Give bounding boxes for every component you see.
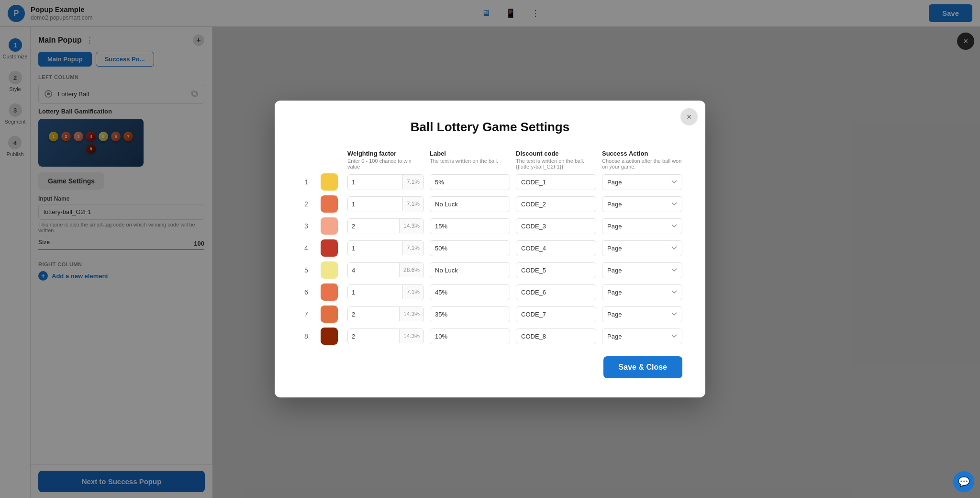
weight-input-8[interactable] [348, 329, 399, 344]
weight-pct-5: 28.6% [399, 263, 423, 277]
weight-pct-6: 7.1% [402, 285, 423, 299]
th-discount-code-sub: The text is written on the ball.{{lotter… [516, 158, 596, 170]
weight-input-1[interactable] [348, 175, 402, 190]
table-row: 7 14.3% Page URL Close [298, 306, 682, 323]
weight-input-3[interactable] [348, 219, 399, 234]
th-label-sub: The text is written on the ball. [430, 158, 510, 164]
th-success-action-sub: Choose a action after the ball won on yo… [602, 158, 682, 170]
weight-input-wrap-5: 28.6% [347, 262, 424, 278]
label-input-6[interactable] [430, 284, 510, 300]
modal-overlay: × Ball Lottery Game Settings Weighting f… [0, 0, 980, 498]
weight-pct-1: 7.1% [402, 175, 423, 189]
weight-input-6[interactable] [348, 285, 402, 300]
table-header: Weighting factor Enter 0 - 100 chance to… [298, 150, 682, 170]
ball-color-7 [321, 306, 338, 323]
modal-footer: Save & Close [298, 356, 682, 378]
label-input-4[interactable] [430, 240, 510, 256]
action-select-8[interactable]: Page URL Close [602, 328, 682, 344]
th-discount-code: Discount code [516, 150, 596, 157]
row-num-1: 1 [298, 178, 315, 186]
row-num-5: 5 [298, 266, 315, 274]
action-select-4[interactable]: Page URL Close [602, 240, 682, 256]
weight-input-wrap-4: 7.1% [347, 240, 424, 256]
weight-input-wrap-6: 7.1% [347, 284, 424, 300]
label-input-8[interactable] [430, 328, 510, 344]
code-input-2[interactable] [516, 196, 596, 212]
ball-color-8 [321, 328, 338, 345]
weight-input-2[interactable] [348, 197, 402, 212]
weight-input-wrap-2: 7.1% [347, 196, 424, 212]
label-input-1[interactable] [430, 174, 510, 190]
action-select-5[interactable]: Page URL Close [602, 262, 682, 278]
code-input-6[interactable] [516, 284, 596, 300]
table-row: 8 14.3% Page URL Close [298, 328, 682, 345]
th-weighting-factor-sub: Enter 0 - 100 chance to win value [347, 158, 424, 170]
weight-pct-2: 7.1% [402, 197, 423, 211]
row-num-4: 4 [298, 244, 315, 252]
weight-pct-4: 7.1% [402, 241, 423, 255]
table-row: 5 28.6% Page URL Close [298, 261, 682, 279]
row-num-8: 8 [298, 332, 315, 340]
th-weighting-factor: Weighting factor [347, 150, 424, 157]
modal-close-button[interactable]: × [680, 108, 698, 125]
code-input-7[interactable] [516, 306, 596, 322]
action-select-2[interactable]: Page URL Close [602, 196, 682, 212]
row-num-3: 3 [298, 222, 315, 230]
label-input-5[interactable] [430, 262, 510, 278]
modal-title: Ball Lottery Game Settings [298, 120, 682, 135]
save-close-button[interactable]: Save & Close [603, 356, 682, 378]
code-input-3[interactable] [516, 218, 596, 234]
table-row: 6 7.1% Page URL Close [298, 283, 682, 301]
weight-input-wrap-3: 14.3% [347, 218, 424, 234]
weight-input-7[interactable] [348, 307, 399, 322]
code-input-4[interactable] [516, 240, 596, 256]
modal-dialog: × Ball Lottery Game Settings Weighting f… [275, 101, 705, 397]
code-input-5[interactable] [516, 262, 596, 278]
weight-input-wrap-8: 14.3% [347, 328, 424, 344]
th-label: Label [430, 150, 510, 157]
label-input-3[interactable] [430, 218, 510, 234]
ball-color-1 [321, 173, 338, 191]
table-row: 4 7.1% Page URL Close [298, 239, 682, 257]
table-row: 3 14.3% Page URL Close [298, 217, 682, 235]
ball-color-4 [321, 239, 338, 257]
action-select-3[interactable]: Page URL Close [602, 218, 682, 234]
row-num-6: 6 [298, 288, 315, 296]
weight-input-wrap-7: 14.3% [347, 306, 424, 322]
weight-pct-7: 14.3% [399, 307, 423, 321]
table-row: 2 7.1% Page URL Close [298, 195, 682, 213]
action-select-6[interactable]: Page URL Close [602, 284, 682, 300]
table-row: 1 7.1% Page URL Close [298, 173, 682, 191]
weight-pct-3: 14.3% [399, 219, 423, 233]
th-success-action: Success Action [602, 150, 682, 157]
row-num-2: 2 [298, 200, 315, 208]
table-rows-container: 1 7.1% Page URL Close 2 7.1% Pag [298, 173, 682, 345]
label-input-2[interactable] [430, 196, 510, 212]
weight-input-4[interactable] [348, 241, 402, 256]
code-input-1[interactable] [516, 174, 596, 190]
label-input-7[interactable] [430, 306, 510, 322]
ball-color-2 [321, 195, 338, 213]
weight-input-wrap-1: 7.1% [347, 174, 424, 190]
ball-color-5 [321, 261, 338, 279]
ball-color-6 [321, 283, 338, 301]
weight-input-5[interactable] [348, 263, 399, 278]
action-select-1[interactable]: Page URL Close [602, 174, 682, 190]
chat-button[interactable]: 💬 [953, 471, 974, 492]
code-input-8[interactable] [516, 328, 596, 344]
ball-color-3 [321, 217, 338, 235]
row-num-7: 7 [298, 310, 315, 318]
settings-table: Weighting factor Enter 0 - 100 chance to… [298, 150, 682, 345]
weight-pct-8: 14.3% [399, 329, 423, 343]
action-select-7[interactable]: Page URL Close [602, 306, 682, 322]
